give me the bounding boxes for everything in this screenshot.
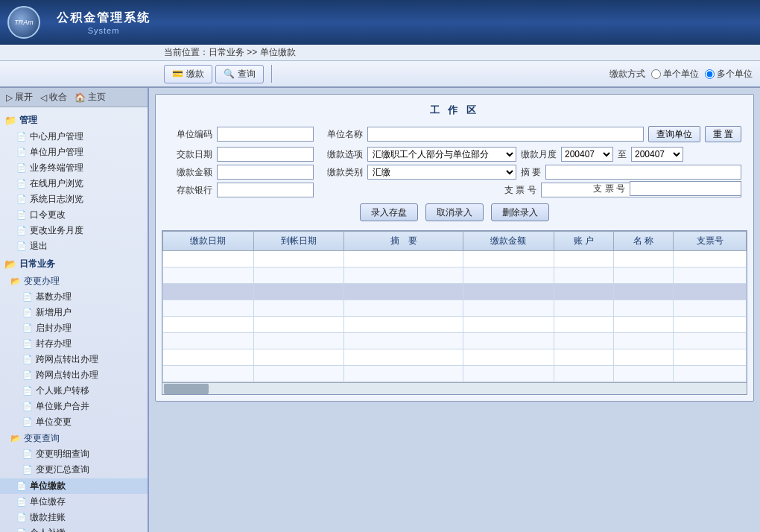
sidebar-item-unit-payment[interactable]: 📄 单位缴款 [0, 478, 148, 494]
summary-input[interactable] [545, 165, 741, 180]
cancel-button[interactable]: 取消录入 [425, 203, 484, 221]
doc-icon: 📄 [16, 481, 27, 491]
sidebar-subitem-label: 单位账户合并 [36, 400, 89, 413]
sidebar-subgroup-query: 📂 变更查询 📄 变更明细查询 📄 变更汇总查询 [0, 431, 148, 478]
sidebar-subitem-unit-merge[interactable]: 📄 单位账户合并 [0, 399, 148, 414]
transaction-date-input[interactable] [217, 147, 314, 162]
multi-unit-radio-label[interactable]: 多个单位 [705, 68, 753, 80]
sidebar-subitem-unit-change[interactable]: 📄 单位变更 [0, 414, 148, 430]
sidebar-item-center-user[interactable]: 📄 中心用户管理 [0, 129, 148, 145]
sidebar-item-personal-repay[interactable]: 📄 个人补缴 [0, 525, 148, 532]
unit-code-input[interactable] [217, 127, 314, 142]
pay-button[interactable]: 💳 缴款 [164, 65, 212, 83]
reset-button[interactable]: 重 置 [705, 126, 741, 142]
single-unit-radio-label[interactable]: 单个单位 [651, 68, 699, 80]
delete-button[interactable]: 删除录入 [491, 203, 549, 221]
multi-unit-radio[interactable] [705, 69, 715, 79]
sidebar-item-label: 缴款挂账 [30, 511, 66, 524]
sidebar: ▷ 展开 ◁ 收合 🏠 主页 📁 管理 📄 中心用户管理 [0, 88, 149, 532]
payment-month-to-select[interactable]: 200407 [631, 147, 683, 162]
sidebar-subitem-adduser[interactable]: 📄 新增用户 [0, 305, 148, 320]
sidebar-item-label: 退出 [30, 240, 48, 253]
sidebar-item-unit-deposit[interactable]: 📄 单位缴存 [0, 494, 148, 510]
expand-label: 展开 [15, 91, 33, 104]
table-row[interactable] [163, 284, 747, 300]
sidebar-item-change-month[interactable]: 📄 更改业务月度 [0, 223, 148, 238]
table-scroll-container[interactable]: 缴款日期 到帐日期 摘 要 缴款金额 账 户 名 称 支票号 [162, 231, 747, 382]
table-row[interactable] [163, 267, 747, 284]
sidebar-item-label: 单位用户管理 [30, 146, 83, 159]
doc-icon: 📄 [22, 386, 33, 396]
sidebar-item-syslog[interactable]: 📄 系统日志浏览 [0, 191, 148, 207]
home-icon: 🏠 [75, 92, 86, 103]
horizontal-scrollbar[interactable] [162, 382, 747, 394]
pay-icon: 💳 [172, 69, 183, 79]
sidebar-subgroup-query-header[interactable]: 📂 变更查询 [0, 431, 148, 446]
sidebar-group-daily-header[interactable]: 📂 日常业务 [0, 256, 148, 273]
table-row[interactable] [163, 317, 747, 333]
sidebar-item-label: 在线用户浏览 [30, 177, 83, 190]
single-unit-label: 单个单位 [663, 68, 699, 80]
content-area: 工 作 区 单位编码 单位名称 查询单位 重 置 交款日期 缴款选项 汇缴职工个… [149, 88, 760, 532]
ticket-label: 支 票 号 [318, 184, 536, 197]
home-btn[interactable]: 🏠 主页 [75, 91, 106, 104]
payment-type-select[interactable]: 汇缴 现金 支票 [367, 165, 516, 180]
query-unit-button[interactable]: 查询单位 [648, 126, 700, 142]
table-body [163, 251, 747, 382]
expand-btn[interactable]: ▷ 展开 [6, 91, 33, 104]
transaction-date-label: 交款日期 [168, 148, 212, 161]
sidebar-item-password[interactable]: 📄 口令更改 [0, 207, 148, 223]
doc-icon: 📄 [22, 355, 33, 364]
sidebar-subitem-unseal[interactable]: 📄 启封办理 [0, 320, 148, 336]
sidebar-item-logout[interactable]: 📄 退出 [0, 238, 148, 254]
sidebar-item-label: 个人补缴 [30, 527, 66, 532]
sidebar-subgroup-change-header[interactable]: 📂 变更办理 [0, 273, 148, 289]
app-logo: 公积金管理系统 System [40, 10, 167, 35]
save-button[interactable]: 录入存盘 [360, 203, 418, 221]
unit-name-input[interactable] [367, 127, 644, 142]
doc-icon: 📄 [16, 241, 27, 251]
payment-amount-input[interactable] [217, 165, 314, 180]
data-table-wrapper: 缴款日期 到帐日期 摘 要 缴款金额 账 户 名 称 支票号 [162, 230, 747, 395]
ticket-input2[interactable] [630, 181, 741, 196]
doc-icon: 📄 [16, 513, 27, 522]
sidebar-subitem-label: 变更明细查询 [36, 448, 89, 460]
sidebar-subitem-transfer-out2[interactable]: 📄 跨网点转出办理 [0, 367, 148, 383]
sidebar-subitem-detail-query[interactable]: 📄 变更明细查询 [0, 446, 148, 462]
collapse-btn[interactable]: ◁ 收合 [40, 91, 67, 104]
table-row[interactable] [163, 366, 747, 382]
daily-group-label: 日常业务 [19, 258, 55, 270]
col-arrive-date: 到帐日期 [253, 232, 344, 251]
table-row[interactable] [163, 251, 747, 267]
sidebar-subitem-summary-query[interactable]: 📄 变更汇总查询 [0, 462, 148, 478]
sidebar-scroll-area: 📁 管理 📄 中心用户管理 📄 单位用户管理 📄 业务终端管理 📄 [0, 107, 148, 532]
payment-option-select[interactable]: 汇缴职工个人部分与单位部分 仅缴职工个人部分 仅缴单位部分 [367, 147, 516, 162]
sidebar-item-label: 更改业务月度 [30, 224, 83, 237]
summary-label: 摘 要 [521, 166, 541, 179]
doc-icon: 📄 [16, 528, 27, 532]
sidebar-item-unit-user[interactable]: 📄 单位用户管理 [0, 145, 148, 160]
table-row[interactable] [163, 333, 747, 349]
sidebar-subitem-transfer-out1[interactable]: 📄 跨网点转出办理 [0, 352, 148, 367]
table-row[interactable] [163, 300, 747, 317]
payment-type-label: 缴款类别 [318, 166, 363, 179]
sidebar-item-terminal[interactable]: 📄 业务终端管理 [0, 160, 148, 176]
col-ticket: 支票号 [674, 232, 747, 251]
sidebar-subitem-base[interactable]: 📄 基数办理 [0, 289, 148, 305]
sidebar-item-payment-suspend[interactable]: 📄 缴款挂账 [0, 510, 148, 525]
folder-open-icon: 📂 [4, 259, 16, 270]
payment-month-to-label: 至 [618, 148, 627, 161]
sidebar-item-online-user[interactable]: 📄 在线用户浏览 [0, 176, 148, 191]
doc-icon: 📄 [22, 449, 33, 459]
sidebar-subitem-seal[interactable]: 📄 封存办理 [0, 336, 148, 352]
single-unit-radio[interactable] [651, 69, 661, 79]
sidebar-group-daily: 📂 日常业务 📂 变更办理 📄 基数办理 📄 新增用户 [0, 256, 148, 532]
doc-icon: 📄 [16, 210, 27, 220]
sidebar-group-management-header[interactable]: 📁 管理 [0, 112, 148, 129]
query-button[interactable]: 🔍 查询 [215, 65, 264, 83]
hscroll-thumb[interactable] [164, 384, 209, 394]
sidebar-subitem-personal-transfer[interactable]: 📄 个人账户转移 [0, 383, 148, 399]
table-row[interactable] [163, 349, 747, 366]
bank-input[interactable] [217, 183, 314, 197]
payment-month-from-select[interactable]: 200407 [561, 147, 613, 162]
